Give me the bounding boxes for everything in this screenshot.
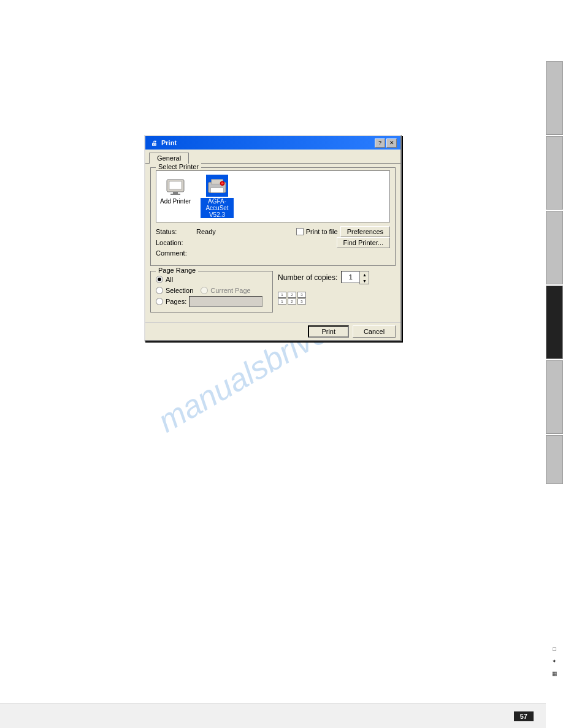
radio-current-page-label: Current Page: [210, 285, 250, 296]
location-row: Location: Find Printer...: [156, 237, 390, 248]
page-mini-3b: 3: [297, 298, 306, 305]
dialog-title: Print: [161, 139, 177, 146]
sidebar-icon-table[interactable]: ▦: [547, 668, 562, 679]
radio-selection-input[interactable]: [156, 287, 163, 294]
radio-selection-label: Selection: [166, 285, 193, 296]
page-stack-1: 1 1: [278, 292, 286, 305]
print-to-file-area: Print to file Preferences: [296, 226, 390, 237]
svg-point-8: [221, 182, 224, 184]
dialog-tabs: General: [145, 150, 400, 163]
printer-list: Add Printer: [156, 170, 390, 222]
comment-label: Comment:: [156, 248, 194, 258]
collate-pages: 1 1 2 2 3 3: [278, 292, 396, 305]
print-to-file-checkbox[interactable]: [296, 228, 304, 235]
page-mini-2b: 2: [288, 298, 296, 305]
radio-pages-input[interactable]: [156, 298, 163, 305]
status-row: Status: Ready Print to file Preferences: [156, 226, 390, 237]
dialog-title-left: 🖨 Print: [149, 138, 177, 148]
status-label: Status:: [156, 227, 194, 237]
page-number-badge: 57: [514, 711, 534, 721]
page-range-label: Page Range: [156, 267, 198, 274]
main-content: manualsbrive.com 🖨 Print ? ✕ General Sel…: [0, 0, 546, 703]
close-button[interactable]: ✕: [386, 138, 397, 148]
page-stack-3: 3 3: [297, 292, 306, 305]
printer-title-icon: 🖨: [149, 138, 159, 148]
radio-all-input[interactable]: [156, 276, 163, 283]
preferences-button[interactable]: Preferences: [340, 226, 390, 237]
sidebar: □ ✦ ▦: [546, 0, 563, 728]
comment-row: Comment:: [156, 248, 390, 258]
radio-pages-label: Pages:: [166, 296, 186, 307]
sidebar-icon-star[interactable]: ✦: [547, 656, 562, 667]
bottom-bar: 57: [0, 703, 546, 728]
add-printer-label: Add Printer: [160, 198, 191, 205]
cancel-button[interactable]: Cancel: [353, 325, 396, 338]
sidebar-tab-2[interactable]: [546, 136, 563, 210]
page-stack-2: 2 2: [288, 292, 296, 305]
find-printer-area: Find Printer...: [337, 237, 390, 248]
dialog-buttons: Print Cancel: [145, 322, 400, 340]
sidebar-tab-6[interactable]: [546, 435, 563, 484]
agfa-printer-label: AGFA-AccuSet V52.3: [201, 198, 234, 218]
copies-input[interactable]: [341, 271, 359, 283]
copies-down-button[interactable]: ▼: [360, 278, 369, 284]
sidebar-tab-4[interactable]: [546, 286, 563, 359]
copies-label: Number of copies:: [278, 273, 337, 282]
pages-input[interactable]: [189, 296, 262, 307]
svg-rect-3: [170, 194, 180, 195]
add-printer-item[interactable]: Add Printer: [160, 175, 191, 205]
status-rows: Status: Ready Print to file Preferences …: [156, 226, 390, 258]
add-printer-icon: [164, 175, 186, 197]
page-mini-1b: 1: [278, 298, 286, 305]
radio-selection: Selection Current Page: [156, 285, 267, 296]
tab-general[interactable]: General: [149, 153, 189, 164]
find-printer-button[interactable]: Find Printer...: [337, 237, 390, 248]
help-button[interactable]: ?: [375, 138, 385, 148]
radio-all: All: [156, 274, 267, 285]
print-dialog: 🖨 Print ? ✕ General Select Printer: [144, 135, 402, 341]
dialog-body: Select Printer Add: [145, 163, 400, 322]
dialog-title-buttons: ? ✕: [375, 138, 397, 148]
page-mini-1a: 1: [278, 292, 286, 298]
copies-up-button[interactable]: ▲: [360, 271, 369, 278]
select-printer-label: Select Printer: [156, 163, 201, 170]
sidebar-tab-3[interactable]: [546, 211, 563, 284]
page-mini-3a: 3: [297, 292, 306, 298]
radio-current-page-input[interactable]: [201, 287, 208, 294]
copies-spinners: ▲ ▼: [359, 271, 369, 284]
print-to-file-label: Print to file: [306, 227, 338, 237]
location-label: Location:: [156, 238, 194, 248]
print-button[interactable]: Print: [308, 325, 349, 338]
collate-icon: 1 1 2 2 3 3: [278, 292, 396, 305]
page-mini-2a: 2: [288, 292, 296, 298]
svg-rect-2: [173, 192, 178, 194]
agfa-printer-item[interactable]: AGFA-AccuSet V52.3: [201, 175, 234, 218]
select-printer-group: Select Printer Add: [150, 167, 396, 266]
status-value: Ready: [196, 227, 216, 237]
dialog-titlebar: 🖨 Print ? ✕: [145, 136, 400, 150]
copies-row: Number of copies: ▲ ▼: [278, 271, 396, 284]
radio-pages: Pages:: [156, 296, 267, 307]
copies-input-wrap: ▲ ▼: [341, 271, 369, 284]
agfa-printer-icon: [206, 175, 228, 197]
svg-rect-6: [211, 188, 224, 193]
sidebar-tab-1[interactable]: [546, 61, 563, 135]
copies-area: Number of copies: ▲ ▼: [278, 271, 396, 317]
radio-all-label: All: [166, 274, 173, 285]
svg-rect-1: [169, 181, 182, 189]
lower-section: Page Range All Selection Current Page Pa…: [150, 271, 396, 317]
sidebar-tab-5[interactable]: [546, 360, 563, 434]
sidebar-icon-grid[interactable]: □: [547, 643, 562, 654]
page-range-group: Page Range All Selection Current Page Pa…: [150, 271, 273, 313]
